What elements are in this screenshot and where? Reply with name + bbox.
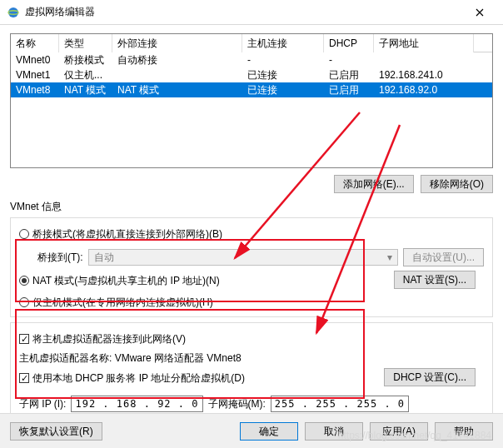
col-host[interactable]: 主机连接 — [242, 34, 324, 52]
add-network-button[interactable]: 添加网络(E)... — [334, 175, 414, 193]
restore-defaults-button[interactable]: 恢复默认设置(R) — [10, 422, 102, 441]
connect-adapter-check[interactable] — [19, 334, 29, 344]
window-title: 虚拟网络编辑器 — [25, 5, 463, 19]
bridge-to-label: 桥接到(T): — [37, 251, 83, 265]
titlebar: 虚拟网络编辑器 — [0, 0, 503, 25]
connect-adapter-label: 将主机虚拟适配器连接到此网络(V) — [32, 332, 186, 346]
col-name[interactable]: 名称 — [11, 34, 59, 52]
subnet-mask-input[interactable]: 255 . 255 . 255 . 0 — [271, 396, 409, 412]
subnet-mask-label: 子网掩码(M): — [208, 397, 266, 411]
ok-button[interactable]: 确定 — [240, 422, 298, 441]
bridge-to-select[interactable]: 自动 ▾ — [88, 249, 399, 266]
col-dhcp[interactable]: DHCP — [324, 34, 374, 52]
table-row[interactable]: VMnet1 仅主机... 已连接 已启用 192.168.241.0 — [11, 67, 492, 82]
close-button[interactable] — [463, 1, 496, 24]
hostonly-radio[interactable] — [19, 297, 29, 307]
vmnet-info-label: VMnet 信息 — [10, 200, 493, 214]
table-row[interactable]: VMnet0 桥接模式 自动桥接 - - — [11, 52, 492, 67]
table-row-selected[interactable]: VMnet8 NAT 模式 NAT 模式 已连接 已启用 192.168.92.… — [11, 82, 492, 97]
adapter-name-text: 主机虚拟适配器名称: VMware 网络适配器 VMnet8 — [19, 351, 484, 366]
dhcp-check-label: 使用本地 DHCP 服务将 IP 地址分配给虚拟机(D) — [32, 371, 245, 386]
col-type[interactable]: 类型 — [59, 34, 112, 52]
subnet-ip-input[interactable]: 192 . 168 . 92 . 0 — [71, 396, 202, 412]
col-ext[interactable]: 外部连接 — [112, 34, 242, 52]
col-subnet[interactable]: 子网地址 — [374, 34, 474, 52]
subnet-ip-label: 子网 IP (I): — [19, 397, 66, 411]
bridge-radio[interactable] — [19, 229, 29, 239]
auto-settings-button[interactable]: 自动设置(U)... — [403, 248, 484, 266]
chevron-down-icon: ▾ — [387, 251, 392, 263]
svg-point-0 — [8, 7, 18, 17]
nat-radio-label: NAT 模式(与虚拟机共享主机的 IP 地址)(N) — [32, 274, 220, 288]
dhcp-settings-button[interactable]: DHCP 设置(C)... — [384, 368, 476, 386]
app-icon — [7, 6, 20, 19]
nat-settings-button[interactable]: NAT 设置(S)... — [394, 271, 476, 289]
vmnet-mode-group: 桥接模式(将虚拟机直接连接到外部网络)(B) 桥接到(T): 自动 ▾ 自动设置… — [10, 217, 493, 317]
bridge-radio-label: 桥接模式(将虚拟机直接连接到外部网络)(B) — [32, 227, 222, 241]
nat-radio[interactable] — [19, 276, 29, 286]
table-header: 名称 类型 外部连接 主机连接 DHCP 子网地址 — [11, 34, 492, 52]
watermark: https://blog.csdn.net/qq_41741884 — [338, 430, 491, 441]
network-table[interactable]: 名称 类型 外部连接 主机连接 DHCP 子网地址 VMnet0 桥接模式 自动… — [10, 33, 493, 168]
dhcp-check[interactable] — [19, 373, 29, 383]
remove-network-button[interactable]: 移除网络(O) — [421, 175, 493, 193]
vmnet-options-group: 将主机虚拟适配器连接到此网络(V) 主机虚拟适配器名称: VMware 网络适配… — [10, 322, 493, 420]
close-icon — [476, 8, 484, 17]
hostonly-radio-label: 仅主机模式(在专用网络内连接虚拟机)(H) — [32, 296, 213, 310]
